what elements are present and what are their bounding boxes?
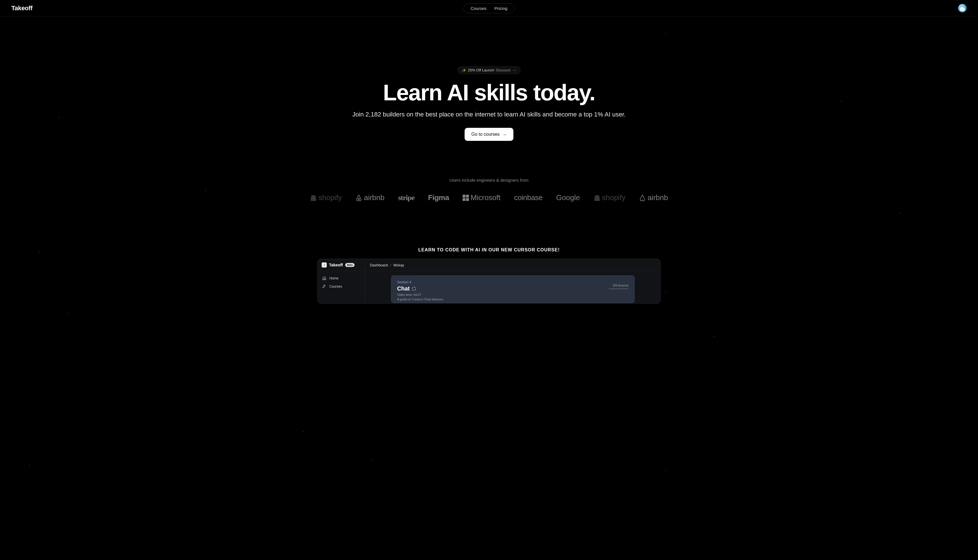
bag-icon — [310, 194, 317, 202]
svg-rect-2 — [463, 198, 465, 201]
airbnb-icon — [639, 194, 646, 202]
svg-rect-3 — [466, 198, 469, 201]
sidebar-item-courses[interactable]: Courses — [320, 282, 363, 290]
microsoft-logo: Microsoft — [463, 193, 500, 202]
progress-bar — [609, 288, 629, 289]
preview-brand-block: ↑ Takeoff Beta — [318, 259, 365, 271]
rocket-icon — [322, 284, 326, 288]
preview-topbar: ↑ Takeoff Beta Dashboard / Mckay — [318, 259, 660, 271]
progress-text: 0/9 lessons — [613, 284, 629, 287]
promo-badge[interactable]: ✨ 25% Off Launch Discount → — [458, 66, 520, 74]
promo-text-suffix: Discount — [496, 68, 510, 72]
airbnb-logo: airbnb — [639, 193, 668, 202]
card-video-time: Video time: 54:27 — [397, 293, 629, 297]
card-title: Chat — [397, 285, 410, 292]
hero-title: Learn AI skills today. — [383, 81, 595, 105]
user-avatar[interactable] — [958, 4, 967, 12]
course-preview-section: LEARN TO CODE WITH AI IN OUR NEW CURSOR … — [0, 247, 978, 303]
sidebar-item-label: Home — [329, 276, 338, 280]
microsoft-icon — [463, 195, 469, 201]
home-icon — [322, 276, 326, 280]
card-progress: 0/9 lessons — [609, 284, 629, 289]
cta-label: Go to courses — [471, 132, 500, 137]
hero-section: ✨ 25% Off Launch Discount → Learn AI ski… — [0, 17, 978, 141]
card-title-row: Chat — [397, 285, 629, 292]
sidebar-item-label: Courses — [329, 285, 342, 288]
coinbase-logo: coinbase — [514, 193, 543, 202]
social-proof-label: Users include engineers & designers from — [0, 178, 978, 183]
breadcrumb: Dashboard / Mckay — [365, 259, 660, 271]
go-to-courses-button[interactable]: Go to courses → — [465, 128, 514, 141]
social-proof-section: Users include engineers & designers from… — [0, 178, 978, 202]
breadcrumb-item[interactable]: Dashboard — [370, 263, 388, 267]
logo-text: shopify — [319, 193, 342, 202]
logo-text: airbnb — [647, 193, 668, 202]
course-heading: LEARN TO CODE WITH AI IN OUR NEW CURSOR … — [0, 247, 978, 253]
main-nav: Courses Pricing — [463, 3, 515, 13]
promo-text-main: 25% Off Launch — [468, 68, 494, 72]
course-card[interactable]: Section 4 Chat Video time: 54:27 A guide… — [391, 275, 635, 303]
card-description: A guide to Cursor's Chat features. — [397, 298, 629, 301]
arrow-right-icon: → — [502, 132, 507, 137]
app-preview-window: ↑ Takeoff Beta Dashboard / Mckay Home Co… — [318, 259, 660, 303]
company-logos-row: shopify airbnb stripe Figma Microsoft co… — [0, 193, 978, 202]
sparkle-icon: ✨ — [462, 68, 466, 72]
svg-rect-0 — [463, 195, 465, 198]
airbnb-logo: airbnb — [355, 193, 385, 202]
svg-rect-1 — [466, 195, 469, 198]
nav-courses[interactable]: Courses — [471, 6, 486, 11]
logo-text: airbnb — [364, 193, 385, 202]
sidebar-item-home[interactable]: Home — [320, 274, 363, 282]
hero-subtitle: Join 2,182 builders on the best place on… — [352, 111, 626, 118]
breadcrumb-item[interactable]: Mckay — [393, 263, 404, 267]
bag-icon — [593, 194, 600, 202]
card-section-label: Section 4 — [397, 280, 629, 284]
header: Takeoff Courses Pricing — [0, 0, 978, 17]
shopify-logo: shopify — [593, 193, 625, 202]
beta-badge: Beta — [345, 263, 355, 267]
shopify-logo: shopify — [310, 193, 342, 202]
logo-text: Microsoft — [471, 193, 500, 202]
arrow-up-icon: ↑ — [322, 262, 327, 268]
preview-sidebar: Home Courses — [318, 271, 365, 303]
figma-logo: Figma — [428, 193, 449, 202]
google-logo: Google — [556, 193, 580, 202]
arrow-right-icon: → — [513, 68, 516, 72]
brand-logo[interactable]: Takeoff — [11, 5, 33, 12]
preview-main: Section 4 Chat Video time: 54:27 A guide… — [365, 271, 660, 303]
stripe-logo: stripe — [398, 193, 415, 202]
breadcrumb-separator: / — [390, 263, 391, 267]
loading-spinner-icon — [412, 287, 416, 291]
logo-text: shopify — [602, 193, 625, 202]
nav-pricing[interactable]: Pricing — [495, 6, 507, 11]
airbnb-icon — [355, 194, 362, 202]
preview-brand: Takeoff — [329, 263, 343, 267]
preview-body: Home Courses Section 4 Chat Video time: … — [318, 271, 660, 303]
